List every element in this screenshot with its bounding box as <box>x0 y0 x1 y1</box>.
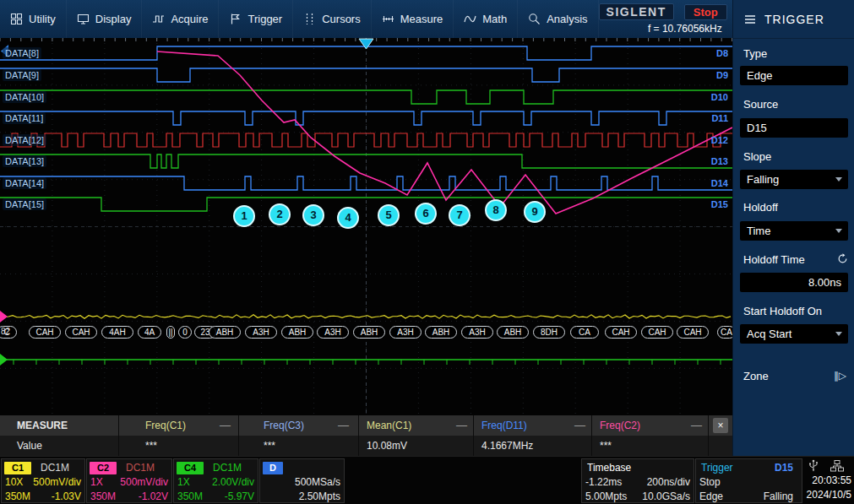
measure-collapse-button[interactable]: — <box>456 415 467 436</box>
event-marker: 1 <box>233 205 255 227</box>
measure-collapse-button[interactable]: — <box>220 415 231 436</box>
trigger-descriptor[interactable]: Trigger D15 Stop Edge Falling <box>695 458 802 503</box>
digital-channel-label[interactable]: DATA[14] <box>3 177 46 189</box>
menu-label: Utility <box>29 13 56 25</box>
channel-descriptor-c2[interactable]: C2 DC1M 1X 500mV/div 350M -1.02V <box>86 458 172 503</box>
trigger-flag-icon <box>229 13 242 25</box>
chevron-down-icon <box>835 177 842 182</box>
acquire-waveform-icon <box>152 13 165 25</box>
bus-decode-value: 8DH <box>533 326 565 339</box>
bus-decode-value: ABH <box>425 326 457 339</box>
timebase-title: Timebase <box>587 462 631 474</box>
digital-channel-id: D14 <box>711 177 728 189</box>
trigger-settings-panel: TRIGGER Type Edge Source D15 Slope Falli… <box>732 0 854 456</box>
measure-value: *** <box>145 436 157 456</box>
measure-caliper-icon <box>382 13 394 25</box>
event-marker: 6 <box>415 203 437 225</box>
measure-close-button[interactable]: × <box>713 418 728 433</box>
event-marker: 9 <box>524 201 546 223</box>
channel-scale-c4: 2.00V/div <box>212 476 254 489</box>
menu-item-display[interactable]: Display <box>67 0 143 38</box>
timebase-delay: -1.22ms <box>585 476 622 489</box>
channel-bandwidth-c1: 350M <box>5 490 30 503</box>
oscilloscope-screen: Utility Display Acquire Trigger Cursors … <box>0 0 854 504</box>
channel-scale-c1: 500mV/div <box>33 476 81 489</box>
bus-decode-value: A3H <box>245 326 277 339</box>
digital-channel-id: D12 <box>711 134 728 146</box>
bus-decode-value: 4A <box>138 326 161 339</box>
brand-logo: SIGLENT <box>599 3 674 20</box>
clock-date: 2024/10/5 <box>807 489 851 501</box>
digital-descriptor[interactable]: D 500MSa/s 2.50Mpts <box>259 458 345 503</box>
waveform-canvas[interactable] <box>0 38 732 415</box>
measure-header-row: MEASURE Freq(C1) — Freq(C3) — Mean(C1) —… <box>0 415 732 436</box>
bus-decode-value: 0 <box>178 326 192 339</box>
zone-expand-icon[interactable]: ∥▷ <box>834 370 846 382</box>
slope-select[interactable]: Falling <box>740 170 848 189</box>
measure-value-row: Value *** *** 10.08mV 4.1667MHz *** <box>0 436 732 456</box>
measure-collapse-button[interactable]: — <box>574 415 585 436</box>
channel-scale-c2: 500mV/div <box>120 476 168 489</box>
digital-channel-label[interactable]: DATA[12] <box>3 134 46 146</box>
trigger-panel-title: TRIGGER <box>764 13 824 26</box>
measure-column-label: Mean(C1) <box>367 415 411 436</box>
measure-column-label: Freq(C1) <box>145 415 186 436</box>
measure-column-label: Freq(C3) <box>264 415 304 436</box>
menu-item-utility[interactable]: Utility <box>0 0 67 38</box>
menu-item-trigger[interactable]: Trigger <box>219 0 293 38</box>
bus-decode-value: ABH <box>497 326 529 339</box>
digital-channel-id: D10 <box>711 91 728 103</box>
digital-channel-label[interactable]: DATA[9] <box>3 69 41 81</box>
digital-channel-id: D13 <box>711 155 728 167</box>
measure-value-row-label: Value <box>17 436 42 456</box>
bus-decode-value: ABH <box>281 326 313 339</box>
usb-icon[interactable] <box>807 459 820 474</box>
holdoff-label: Holdoff <box>743 201 778 214</box>
chevron-down-icon <box>835 332 842 336</box>
holdoff-select[interactable]: Time <box>740 221 848 241</box>
menu-item-math[interactable]: Math <box>454 0 518 38</box>
timebase-descriptor[interactable]: Timebase -1.22ms 200ns/div 5.00Mpts 10.0… <box>581 458 694 503</box>
digital-channel-label[interactable]: DATA[15] <box>3 198 46 210</box>
menu-label: Trigger <box>247 13 282 25</box>
menu-label: Display <box>95 13 132 25</box>
measure-collapse-button[interactable]: — <box>691 415 702 436</box>
start-holdoff-select[interactable]: Acq Start <box>740 324 848 344</box>
digital-channel-label[interactable]: DATA[8] <box>3 47 41 59</box>
start-holdoff-label: Start Holdoff On <box>743 305 822 318</box>
bus-decode-value: || <box>166 326 175 339</box>
top-menu-bar: Utility Display Acquire Trigger Cursors … <box>0 0 732 38</box>
menu-item-acquire[interactable]: Acquire <box>142 0 219 38</box>
measure-value: *** <box>264 436 275 456</box>
digital-badge: D <box>263 462 283 474</box>
menu-label: Acquire <box>171 13 208 25</box>
menu-label: Analysis <box>547 13 587 25</box>
start-holdoff-value: Acq Start <box>747 328 791 340</box>
status-bar: C1 DC1M 10X 500mV/div 350M -1.03V C2 DC1… <box>0 456 854 504</box>
network-icon[interactable] <box>830 460 844 474</box>
source-select[interactable]: D15 <box>740 118 848 138</box>
holdoff-time-input[interactable]: 8.00ns <box>740 273 848 292</box>
channel-coupling-c4: DC1M <box>213 462 242 474</box>
digital-channel-label[interactable]: DATA[10] <box>3 91 46 103</box>
channel-offset-c2: -1.02V <box>139 490 168 503</box>
trigger-panel-header[interactable]: TRIGGER <box>733 0 854 39</box>
channel-attenuation-c1: 10X <box>5 476 23 489</box>
bus-segment-label: 82 <box>1 327 10 336</box>
measure-collapse-button[interactable]: — <box>338 415 349 436</box>
timebase-scale: 200ns/div <box>647 476 690 489</box>
channel-descriptor-c4[interactable]: C4 DC1M 1X 2.00V/div 350M -5.97V <box>173 458 258 503</box>
digital-channel-label[interactable]: DATA[13] <box>3 155 46 167</box>
brand-status-area: SIGLENT Stop f = 10.76056kHz <box>599 0 736 38</box>
channel-descriptor-c1[interactable]: C1 DC1M 10X 500mV/div 350M -1.03V <box>1 458 85 503</box>
bus-decode-value: CAH <box>29 326 61 339</box>
menu-item-analysis[interactable]: Analysis <box>518 0 598 38</box>
waveform-display[interactable]: DATA[8] DATA[9] DATA[10] DATA[11] DATA[1… <box>0 38 732 415</box>
menu-item-cursors[interactable]: Cursors <box>293 0 372 38</box>
type-select[interactable]: Edge <box>740 66 848 85</box>
menu-item-measure[interactable]: Measure <box>372 0 454 38</box>
channel-bandwidth-c2: 350M <box>90 490 116 503</box>
digital-channel-label[interactable]: DATA[11] <box>3 112 46 124</box>
holdoff-reset-icon[interactable] <box>837 252 848 268</box>
channel-attenuation-c2: 1X <box>90 476 103 489</box>
